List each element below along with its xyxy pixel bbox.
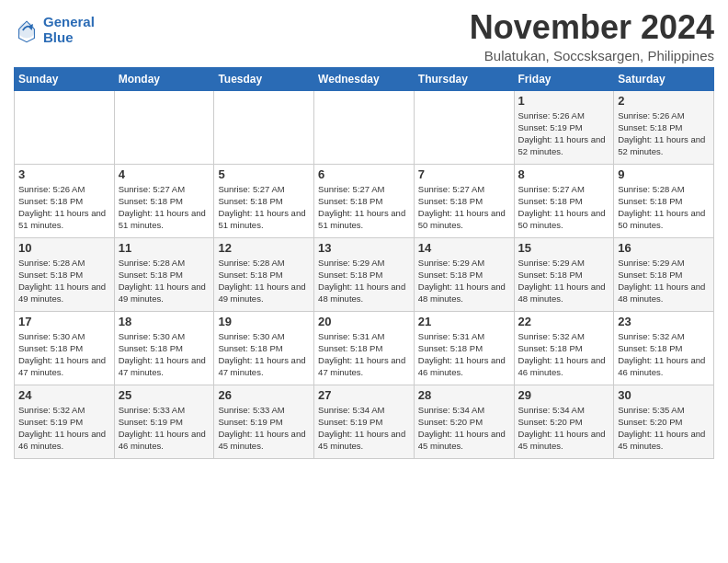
cell-content: Sunrise: 5:32 AM Sunset: 5:18 PM Dayligh… xyxy=(518,330,610,379)
calendar-cell: 13Sunrise: 5:29 AM Sunset: 5:18 PM Dayli… xyxy=(314,237,415,311)
calendar-cell: 3Sunrise: 5:26 AM Sunset: 5:18 PM Daylig… xyxy=(15,164,115,237)
calendar-cell: 11Sunrise: 5:28 AM Sunset: 5:18 PM Dayli… xyxy=(114,237,214,311)
weekday-header-tuesday: Tuesday xyxy=(214,67,314,90)
cell-content: Sunrise: 5:27 AM Sunset: 5:18 PM Dayligh… xyxy=(218,183,310,232)
page-header: General Blue November 2024 Bulatukan, So… xyxy=(14,9,714,63)
cell-content: Sunrise: 5:33 AM Sunset: 5:19 PM Dayligh… xyxy=(218,404,310,453)
day-number: 26 xyxy=(218,388,310,402)
cell-content: Sunrise: 5:29 AM Sunset: 5:18 PM Dayligh… xyxy=(318,257,410,305)
day-number: 17 xyxy=(18,315,110,328)
calendar-cell xyxy=(214,90,314,164)
calendar-week-row: 3Sunrise: 5:26 AM Sunset: 5:18 PM Daylig… xyxy=(15,164,714,237)
cell-content: Sunrise: 5:30 AM Sunset: 5:18 PM Dayligh… xyxy=(218,330,310,379)
weekday-header-row: SundayMondayTuesdayWednesdayThursdayFrid… xyxy=(15,67,714,90)
cell-content: Sunrise: 5:32 AM Sunset: 5:19 PM Dayligh… xyxy=(18,404,110,453)
logo-icon xyxy=(14,17,40,43)
day-number: 29 xyxy=(518,388,610,402)
day-number: 18 xyxy=(119,315,210,328)
cell-content: Sunrise: 5:27 AM Sunset: 5:18 PM Dayligh… xyxy=(418,183,510,232)
calendar-cell: 27Sunrise: 5:34 AM Sunset: 5:19 PM Dayli… xyxy=(314,385,415,458)
calendar-cell: 19Sunrise: 5:30 AM Sunset: 5:18 PM Dayli… xyxy=(214,311,314,385)
day-number: 11 xyxy=(119,241,210,255)
day-number: 14 xyxy=(418,241,510,255)
cell-content: Sunrise: 5:28 AM Sunset: 5:18 PM Dayligh… xyxy=(119,257,210,305)
calendar-table: SundayMondayTuesdayWednesdayThursdayFrid… xyxy=(14,67,714,459)
cell-content: Sunrise: 5:29 AM Sunset: 5:18 PM Dayligh… xyxy=(618,257,710,305)
cell-content: Sunrise: 5:27 AM Sunset: 5:18 PM Dayligh… xyxy=(119,183,210,232)
calendar-cell: 21Sunrise: 5:31 AM Sunset: 5:18 PM Dayli… xyxy=(414,311,514,385)
title-area: November 2024 Bulatukan, Soccsksargen, P… xyxy=(470,9,714,63)
calendar-cell: 28Sunrise: 5:34 AM Sunset: 5:20 PM Dayli… xyxy=(414,385,514,458)
weekday-header-sunday: Sunday xyxy=(15,67,115,90)
logo-text: General Blue xyxy=(43,15,95,45)
cell-content: Sunrise: 5:27 AM Sunset: 5:18 PM Dayligh… xyxy=(518,183,610,232)
calendar-cell: 9Sunrise: 5:28 AM Sunset: 5:18 PM Daylig… xyxy=(614,164,714,237)
day-number: 2 xyxy=(618,94,710,108)
day-number: 4 xyxy=(119,167,210,181)
cell-content: Sunrise: 5:28 AM Sunset: 5:18 PM Dayligh… xyxy=(218,257,310,305)
cell-content: Sunrise: 5:29 AM Sunset: 5:18 PM Dayligh… xyxy=(518,257,610,305)
calendar-cell: 6Sunrise: 5:27 AM Sunset: 5:18 PM Daylig… xyxy=(314,164,415,237)
cell-content: Sunrise: 5:32 AM Sunset: 5:18 PM Dayligh… xyxy=(618,330,710,379)
cell-content: Sunrise: 5:34 AM Sunset: 5:19 PM Dayligh… xyxy=(318,404,410,453)
weekday-header-friday: Friday xyxy=(514,67,614,90)
day-number: 23 xyxy=(618,315,710,328)
calendar-cell: 29Sunrise: 5:34 AM Sunset: 5:20 PM Dayli… xyxy=(514,385,614,458)
calendar-cell xyxy=(15,90,115,164)
day-number: 10 xyxy=(18,241,110,255)
calendar-week-row: 10Sunrise: 5:28 AM Sunset: 5:18 PM Dayli… xyxy=(15,237,714,311)
calendar-cell: 30Sunrise: 5:35 AM Sunset: 5:20 PM Dayli… xyxy=(614,385,714,458)
day-number: 7 xyxy=(418,167,510,181)
day-number: 21 xyxy=(418,315,510,328)
calendar-cell: 24Sunrise: 5:32 AM Sunset: 5:19 PM Dayli… xyxy=(15,385,115,458)
cell-content: Sunrise: 5:35 AM Sunset: 5:20 PM Dayligh… xyxy=(618,404,710,453)
cell-content: Sunrise: 5:31 AM Sunset: 5:18 PM Dayligh… xyxy=(318,330,410,379)
calendar-cell: 26Sunrise: 5:33 AM Sunset: 5:19 PM Dayli… xyxy=(214,385,314,458)
cell-content: Sunrise: 5:31 AM Sunset: 5:18 PM Dayligh… xyxy=(418,330,510,379)
calendar-cell: 5Sunrise: 5:27 AM Sunset: 5:18 PM Daylig… xyxy=(214,164,314,237)
calendar-cell xyxy=(314,90,415,164)
day-number: 24 xyxy=(18,388,110,402)
calendar-cell: 18Sunrise: 5:30 AM Sunset: 5:18 PM Dayli… xyxy=(114,311,214,385)
day-number: 20 xyxy=(318,315,410,328)
month-title: November 2024 xyxy=(470,9,714,46)
weekday-header-wednesday: Wednesday xyxy=(314,67,415,90)
cell-content: Sunrise: 5:34 AM Sunset: 5:20 PM Dayligh… xyxy=(518,404,610,453)
day-number: 15 xyxy=(518,241,610,255)
calendar-week-row: 1Sunrise: 5:26 AM Sunset: 5:19 PM Daylig… xyxy=(15,90,714,164)
day-number: 13 xyxy=(318,241,410,255)
calendar-cell: 8Sunrise: 5:27 AM Sunset: 5:18 PM Daylig… xyxy=(514,164,614,237)
day-number: 1 xyxy=(518,94,610,108)
location-title: Bulatukan, Soccsksargen, Philippines xyxy=(470,48,714,63)
calendar-cell: 16Sunrise: 5:29 AM Sunset: 5:18 PM Dayli… xyxy=(614,237,714,311)
day-number: 9 xyxy=(618,167,710,181)
calendar-week-row: 24Sunrise: 5:32 AM Sunset: 5:19 PM Dayli… xyxy=(15,385,714,458)
cell-content: Sunrise: 5:34 AM Sunset: 5:20 PM Dayligh… xyxy=(418,404,510,453)
cell-content: Sunrise: 5:30 AM Sunset: 5:18 PM Dayligh… xyxy=(18,330,110,379)
calendar-cell: 7Sunrise: 5:27 AM Sunset: 5:18 PM Daylig… xyxy=(414,164,514,237)
day-number: 19 xyxy=(218,315,310,328)
calendar-cell: 10Sunrise: 5:28 AM Sunset: 5:18 PM Dayli… xyxy=(15,237,115,311)
calendar-cell: 20Sunrise: 5:31 AM Sunset: 5:18 PM Dayli… xyxy=(314,311,415,385)
weekday-header-thursday: Thursday xyxy=(414,67,514,90)
day-number: 30 xyxy=(618,388,710,402)
day-number: 3 xyxy=(18,167,110,181)
calendar-cell: 25Sunrise: 5:33 AM Sunset: 5:19 PM Dayli… xyxy=(114,385,214,458)
day-number: 12 xyxy=(218,241,310,255)
day-number: 27 xyxy=(318,388,410,402)
calendar-cell: 1Sunrise: 5:26 AM Sunset: 5:19 PM Daylig… xyxy=(514,90,614,164)
calendar-cell xyxy=(414,90,514,164)
day-number: 25 xyxy=(119,388,210,402)
calendar-cell: 22Sunrise: 5:32 AM Sunset: 5:18 PM Dayli… xyxy=(514,311,614,385)
day-number: 28 xyxy=(418,388,510,402)
cell-content: Sunrise: 5:27 AM Sunset: 5:18 PM Dayligh… xyxy=(318,183,410,232)
calendar-cell: 4Sunrise: 5:27 AM Sunset: 5:18 PM Daylig… xyxy=(114,164,214,237)
cell-content: Sunrise: 5:26 AM Sunset: 5:18 PM Dayligh… xyxy=(18,183,110,232)
calendar-cell: 23Sunrise: 5:32 AM Sunset: 5:18 PM Dayli… xyxy=(614,311,714,385)
day-number: 6 xyxy=(318,167,410,181)
cell-content: Sunrise: 5:28 AM Sunset: 5:18 PM Dayligh… xyxy=(618,183,710,232)
day-number: 8 xyxy=(518,167,610,181)
cell-content: Sunrise: 5:28 AM Sunset: 5:18 PM Dayligh… xyxy=(18,257,110,305)
weekday-header-monday: Monday xyxy=(114,67,214,90)
calendar-cell: 2Sunrise: 5:26 AM Sunset: 5:18 PM Daylig… xyxy=(614,90,714,164)
